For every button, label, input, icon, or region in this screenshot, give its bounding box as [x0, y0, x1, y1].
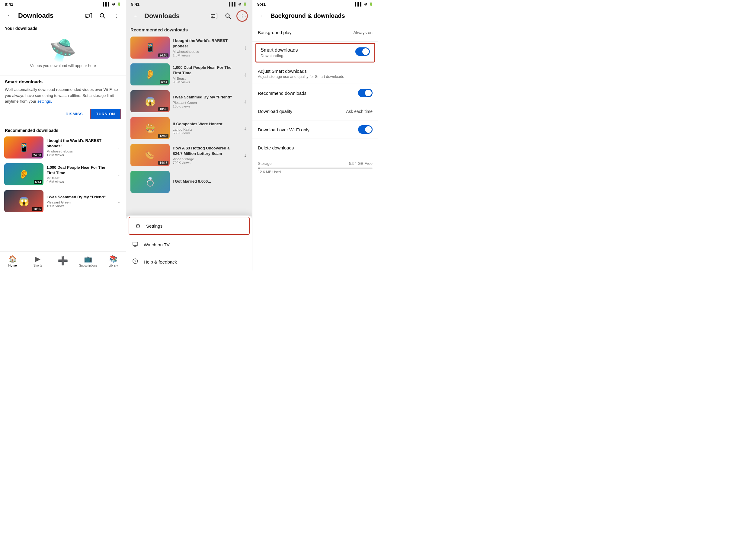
back-button-mid[interactable]: ← — [130, 11, 141, 21]
cast-button-left[interactable] — [83, 10, 94, 21]
video-title: 1,000 Deaf People Hear For The First Tim… — [173, 65, 240, 76]
video-title: 1,000 Deaf People Hear For The First Tim… — [47, 165, 113, 176]
status-bar-mid: 9:41 ▌▌▌ ⊜ 🔋 — [126, 0, 252, 8]
status-icons-right: ▌▌▌ ⊜ 🔋 — [355, 2, 373, 6]
video-duration: 14:13 — [158, 161, 169, 165]
context-menu: ⚙ Settings Watch on TV ? Help & feedback — [126, 215, 252, 270]
storage-section: Storage 5.54 GB Free 12.6 MB Used — [253, 157, 378, 177]
status-bar-left: 9:41 ▌▌▌ ⊜ 🔋 — [0, 0, 126, 8]
svg-line-7 — [229, 17, 231, 19]
shorts-icon: ▶ — [35, 255, 40, 263]
video-thumb: 👂 6:14 — [130, 63, 170, 85]
settings-row-info-delete: Delete downloads — [258, 145, 373, 150]
video-info: 1,000 Deaf People Hear For The First Tim… — [47, 165, 113, 184]
video-duration: 6:14 — [34, 180, 42, 184]
video-title: I bought the World's RAREST phones! — [173, 38, 240, 49]
settings-list: Background play Always on Smart download… — [253, 24, 378, 270]
nav-shorts[interactable]: ▶ Shorts — [25, 252, 50, 270]
settings-row-info-recommend: Recommend downloads — [258, 91, 358, 96]
video-duration: 6:14 — [160, 80, 169, 84]
settings-row-info-wifi: Download over Wi-Fi only — [258, 127, 358, 132]
smart-downloads-setting-row[interactable]: Smart downloads Downloading... — [256, 43, 375, 63]
list-item[interactable]: 👂 6:14 1,000 Deaf People Hear For The Fi… — [126, 61, 252, 88]
settings-row-adjust[interactable]: Adjust Smart downloads Adjust storage us… — [253, 64, 378, 84]
settings-row-delete[interactable]: Delete downloads — [253, 139, 378, 157]
wifi-title: Download over Wi-Fi only — [258, 127, 358, 132]
download-button[interactable]: ↓ — [243, 124, 248, 133]
battery-icon-right: 🔋 — [369, 2, 373, 6]
nav-library[interactable]: 📚 Library — [101, 252, 126, 270]
settings-row-quality[interactable]: Download quality Ask each time — [253, 102, 378, 121]
time-right: 9:41 — [257, 2, 266, 7]
quality-title: Download quality — [258, 109, 344, 114]
list-item[interactable]: 🌭 14:13 How A $3 Hotdog Uncovered a $24.… — [126, 142, 252, 169]
back-button-left[interactable]: ← — [4, 10, 15, 21]
turn-on-button[interactable]: TURN ON — [90, 109, 121, 119]
time-mid: 9:41 — [131, 2, 140, 7]
svg-rect-8 — [133, 242, 138, 246]
video-list-left: 📱 24:08 I bought the World's RAREST phon… — [0, 134, 126, 215]
recommended-label-left: Recommended downloads — [0, 126, 126, 134]
dismiss-button[interactable]: DISMISS — [63, 111, 85, 118]
more-button-left[interactable]: ⋮ — [111, 10, 122, 21]
smart-downloads-toggle[interactable] — [356, 47, 370, 56]
download-button[interactable]: ↓ — [116, 143, 122, 152]
settings-row-recommend[interactable]: Recommend downloads — [253, 84, 378, 102]
smart-downloads-row-info: Smart downloads Downloading... — [261, 47, 353, 58]
smart-downloads-box: Smart downloads We'll automatically down… — [0, 75, 126, 123]
download-button[interactable]: ↓ — [243, 43, 248, 52]
search-button-left[interactable] — [97, 10, 108, 21]
settings-row-info-bg: Background play — [258, 30, 351, 35]
video-meta: Pleasant Green160K views — [47, 201, 113, 208]
list-item[interactable]: 👂 6:14 1,000 Deaf People Hear For The Fi… — [0, 161, 126, 188]
list-item[interactable]: 📱 24:08 I bought the World's RAREST phon… — [0, 134, 126, 161]
list-item[interactable]: 💍 I Got Married 8,000... — [126, 169, 252, 195]
settings-link[interactable]: settings. — [37, 99, 52, 104]
cast-button-mid[interactable] — [209, 11, 220, 21]
download-button[interactable]: ↓ — [243, 150, 248, 160]
nav-home[interactable]: 🏠 Home — [0, 252, 25, 270]
video-thumb: 👂 6:14 — [4, 163, 43, 185]
video-thumb: 😱 10:36 — [130, 90, 170, 112]
list-item[interactable]: 😱 10:36 I Was Scammed By My "Friend" Ple… — [0, 188, 126, 215]
time-left: 9:41 — [5, 2, 13, 7]
list-item[interactable]: 📱 24:08 I bought the World's RAREST phon… — [126, 34, 252, 61]
video-info: 1,000 Deaf People Hear For The First Tim… — [173, 65, 240, 84]
mid-panel: 9:41 ▌▌▌ ⊜ 🔋 ← Downloads ⋮ ↑ Recommended… — [126, 0, 253, 270]
your-downloads-label: Your downloads — [0, 24, 126, 32]
download-button[interactable]: ↓ — [116, 170, 122, 179]
watch-tv-menu-item[interactable]: Watch on TV — [126, 236, 252, 253]
adjust-sub: Adjust storage use and quality for Smart… — [258, 75, 373, 79]
video-duration: 10:36 — [158, 107, 169, 111]
search-button-mid[interactable] — [223, 11, 233, 21]
settings-menu-item[interactable]: ⚙ Settings — [129, 217, 250, 235]
bg-play-title: Background play — [258, 30, 351, 35]
watch-tv-label: Watch on TV — [144, 242, 170, 247]
nav-home-label: Home — [8, 264, 17, 267]
video-title: If Companies Were Honest — [173, 121, 240, 127]
smart-downloads-row-sub: Downloading... — [261, 53, 353, 58]
nav-create[interactable]: ➕ — [50, 252, 76, 270]
settings-row-background-play[interactable]: Background play Always on — [253, 24, 378, 42]
video-duration: 24:08 — [32, 153, 42, 157]
video-meta: Lando Kalriz535K views — [173, 128, 240, 135]
download-button[interactable]: ↓ — [116, 197, 122, 206]
wifi-toggle[interactable] — [358, 125, 373, 134]
download-button[interactable]: ↓ — [243, 97, 248, 106]
nav-subscriptions[interactable]: 📺 Subscriptions — [76, 252, 101, 270]
video-info: I Was Scammed By My "Friend" Pleasant Gr… — [47, 195, 113, 208]
settings-menu-label: Settings — [146, 224, 163, 229]
list-item[interactable]: 🍔 12:45 If Companies Were Honest Lando K… — [126, 115, 252, 142]
help-menu-item[interactable]: ? Help & feedback — [126, 253, 252, 270]
nav-shorts-label: Shorts — [34, 264, 42, 267]
list-item[interactable]: 😱 10:36 I Was Scammed By My "Friend" Ple… — [126, 88, 252, 115]
video-meta: Pleasant Green160K views — [173, 101, 240, 108]
settings-row-wifi[interactable]: Download over Wi-Fi only — [253, 121, 378, 139]
download-button[interactable]: ↓ — [243, 70, 248, 79]
svg-text:?: ? — [134, 260, 136, 263]
video-title: I bought the World's RAREST phones! — [47, 138, 113, 149]
bottom-nav-left: 🏠 Home ▶ Shorts ➕ 📺 Subscriptions 📚 Libr… — [0, 251, 126, 270]
back-button-right[interactable]: ← — [257, 10, 268, 21]
recommend-toggle[interactable] — [358, 89, 373, 97]
settings-row-info-adjust: Adjust Smart downloads Adjust storage us… — [258, 69, 373, 79]
